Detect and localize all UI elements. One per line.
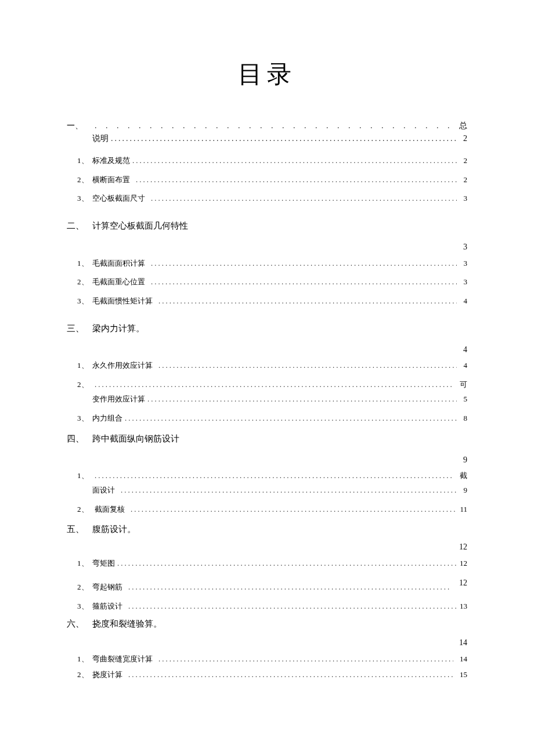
toc-section-2: 二、 计算空心板截面几何特性 3 1、 毛截面面积计算 3 2、 毛截面重心位置…: [67, 219, 467, 308]
toc-section-page: 3: [67, 241, 467, 254]
toc-item: 2、 挠度计算 15: [67, 669, 467, 681]
page-title: 目录: [67, 58, 467, 91]
toc-item-label: 弯矩图: [92, 558, 115, 570]
toc-dots: [151, 258, 457, 270]
toc-dots: [121, 484, 457, 497]
toc-item-label: 弯曲裂缝宽度计算: [92, 653, 153, 665]
toc-dots: [128, 581, 451, 594]
toc-item: 3、 空心板截面尺寸 3: [67, 193, 467, 205]
toc-item-label: 截面复核: [95, 504, 125, 516]
toc-item-label: 永久作用效应计算: [92, 360, 153, 372]
toc-section-6: 六、 挠度和裂缝验算。 14 1、 弯曲裂缝宽度计算 14 2、 挠度计算 15: [67, 617, 467, 681]
toc-item-label: 挠度计算: [92, 669, 122, 681]
toc-item: 2、 毛截面重心位置 3: [67, 276, 467, 288]
toc-dots: [95, 470, 453, 482]
toc-dots: [158, 653, 453, 665]
toc-section-label: 跨中截面纵向钢筋设计: [92, 432, 179, 446]
toc-section-num: 四、: [67, 432, 92, 446]
toc-section-num: 二、: [67, 219, 92, 233]
toc-item-num: 1、: [67, 558, 92, 570]
toc-item-num: 1、: [67, 653, 92, 665]
toc-dots: [151, 276, 457, 288]
toc-item: 1、 标准及规范 2: [67, 155, 467, 167]
toc-item-num: 2、: [67, 174, 92, 186]
toc-section-label: 腹筋设计。: [92, 522, 136, 536]
toc-page: 15: [459, 669, 467, 681]
toc-page: 13: [459, 601, 467, 613]
toc-page: 4: [459, 360, 467, 372]
toc-label: 说明: [92, 132, 109, 145]
toc-item: 2、 可: [67, 379, 467, 391]
toc-section-3: 三、 梁内力计算。 4 1、 永久作用效应计算 4 2、 可 变作用效应计算 5: [67, 321, 467, 425]
toc-item-label: 标准及规范: [92, 155, 130, 167]
toc-page: 2: [459, 155, 467, 167]
toc-item-continue: 变作用效应计算 5: [67, 393, 467, 406]
toc-item-num: 2、: [67, 276, 92, 288]
toc-dots: [147, 393, 457, 406]
document-page: 目录 一、 总 说明 2 1、 标准及规范 2 2、 横断面: [0, 0, 534, 734]
toc-section-page: 14: [67, 636, 467, 649]
toc-page: 2: [459, 174, 467, 186]
toc-page: 5: [459, 393, 467, 406]
toc-dots: [136, 174, 457, 186]
toc-item: 2、 截面复核 11: [67, 504, 467, 516]
toc-section-5-header: 五、 腹筋设计。: [67, 522, 467, 536]
toc-dots: [158, 295, 457, 308]
toc-item-num: 2、: [67, 504, 92, 516]
toc-item: 1、 弯矩图 12: [67, 558, 467, 570]
toc-item-num: 2、: [67, 379, 92, 391]
toc-section-6-header: 六、 挠度和裂缝验算。: [67, 617, 467, 631]
toc-item-num: 1、: [67, 155, 92, 167]
toc-dots: [131, 504, 457, 516]
toc-page: 3: [459, 193, 467, 205]
toc-section-num: 一、: [67, 120, 92, 132]
toc-section-2-header: 二、 计算空心板截面几何特性: [67, 219, 467, 233]
toc-trail: 总: [459, 120, 467, 132]
toc-item-label: 内力组合: [92, 413, 122, 425]
toc-section-page: 4: [67, 343, 467, 356]
toc-dots: [111, 132, 457, 145]
toc-item-label: 弯起钢筋: [92, 581, 122, 594]
toc-dots: [128, 601, 457, 613]
toc-item: 1、 永久作用效应计算 4: [67, 360, 467, 372]
toc-dots: [151, 193, 457, 205]
toc-item-label: 箍筋设计: [92, 601, 122, 613]
toc-item-label: 横断面布置: [92, 174, 130, 186]
toc-section-4: 四、 跨中截面纵向钢筋设计 9 1、 截 面设计 9 2、 截面复核: [67, 432, 467, 516]
toc-item-num: 1、: [67, 258, 92, 270]
toc-item-num: 2、: [67, 669, 92, 681]
toc-item-num: 1、: [67, 360, 92, 372]
toc-item-label: 毛截面面积计算: [92, 258, 145, 270]
toc-item-num: 3、: [67, 193, 92, 205]
toc-item: 3、 内力组合 8: [67, 413, 467, 425]
toc-item-label: 面设计: [92, 484, 115, 497]
toc-section-1-header: 一、 总: [67, 120, 467, 132]
toc-page: 2: [459, 132, 467, 145]
toc-item: 3、 箍筋设计 13: [67, 601, 467, 613]
table-of-contents: 一、 总 说明 2 1、 标准及规范 2 2、 横断面布置 2: [67, 120, 467, 681]
toc-page: 12: [459, 558, 467, 570]
toc-item: 3、 毛截面惯性矩计算 4: [67, 295, 467, 308]
toc-section-page: 9: [67, 454, 467, 466]
toc-section-num: 六、: [67, 617, 92, 631]
toc-item: 1、 毛截面面积计算 3: [67, 258, 467, 270]
toc-section-5: 五、 腹筋设计。 12 1、 弯矩图 12 12 2、 弯起钢筋 3、 箍筋设计: [67, 522, 467, 612]
toc-dots: [132, 155, 457, 167]
toc-section-1: 一、 总 说明 2 1、 标准及规范 2 2、 横断面布置 2: [67, 120, 467, 205]
toc-trail: 可: [460, 379, 467, 391]
toc-section-label: 挠度和裂缝验算。: [92, 617, 162, 631]
toc-item-continue: 面设计 9: [67, 484, 467, 497]
toc-item-num: 3、: [67, 601, 92, 613]
toc-item: 1、 截: [67, 470, 467, 482]
toc-item-label: 变作用效应计算: [92, 393, 145, 406]
toc-page: 8: [459, 413, 467, 425]
toc-item: 1、 弯曲裂缝宽度计算 14: [67, 653, 467, 665]
toc-item-label: 毛截面惯性矩计算: [92, 295, 153, 308]
toc-page: 3: [459, 258, 467, 270]
toc-dots: [128, 669, 453, 681]
toc-item-num: 3、: [67, 295, 92, 308]
toc-page: 14: [459, 653, 467, 665]
toc-item-num: 2、: [67, 581, 92, 594]
toc-page: 3: [459, 276, 467, 288]
toc-section-3-header: 三、 梁内力计算。: [67, 321, 467, 335]
